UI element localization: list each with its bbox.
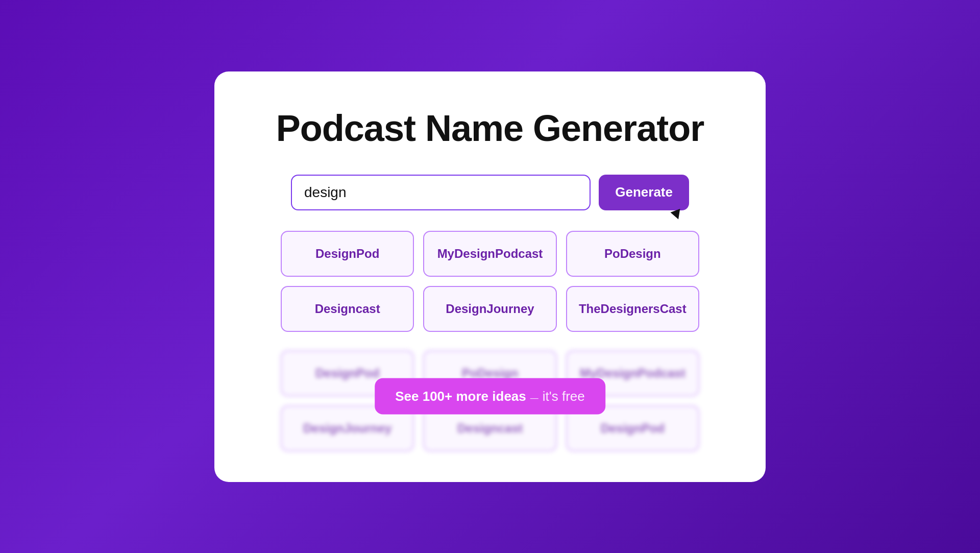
result-card-6[interactable]: TheDesignersCast	[566, 286, 699, 332]
generate-button[interactable]: Generate	[599, 175, 689, 210]
cta-sub-text: it's free	[543, 388, 585, 403]
result-card-2[interactable]: MyDesignPodcast	[423, 231, 556, 277]
cta-overlay[interactable]: See 100+ more ideas—it's free	[375, 378, 605, 414]
result-card-5[interactable]: DesignJourney	[423, 286, 556, 332]
page-title: Podcast Name Generator	[276, 107, 704, 149]
search-input[interactable]	[291, 175, 591, 210]
search-row: Generate	[291, 175, 689, 210]
cta-separator: —	[530, 393, 538, 402]
result-card-3[interactable]: PoDesign	[566, 231, 699, 277]
results-grid-top: DesignPod MyDesignPodcast PoDesign Desig…	[281, 231, 699, 332]
main-card: Podcast Name Generator Generate DesignPo…	[214, 71, 766, 482]
result-card-4[interactable]: Designcast	[281, 286, 414, 332]
blurred-section: DesignPod PoDesign MyDesignPodcast Desig…	[281, 341, 699, 451]
cta-main-text: See 100+ more ideas	[395, 388, 526, 403]
result-card-1[interactable]: DesignPod	[281, 231, 414, 277]
